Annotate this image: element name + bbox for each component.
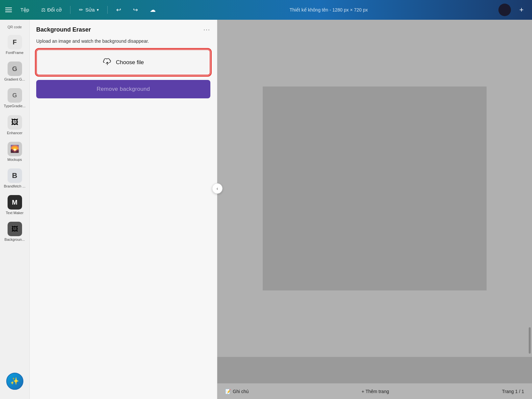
sidebar-item-background[interactable]: 🖼 Backgroun... (2, 219, 28, 244)
edit-button[interactable]: ✏ Sửa ▾ (76, 5, 102, 15)
hamburger-menu[interactable] (5, 8, 12, 12)
redo-button[interactable]: ↪ (130, 4, 141, 15)
add-button[interactable]: + (516, 5, 527, 15)
sidebar-item-brandfetch[interactable]: B Brandfetch ... (2, 166, 28, 191)
resize-label: Đổi cỡ (47, 7, 62, 13)
panel-header: Background Eraser ··· (36, 26, 210, 33)
fontframe-icon: F (8, 35, 22, 49)
divider-2 (107, 6, 108, 14)
gradient-label: Gradient G... (4, 77, 25, 82)
collapse-panel-button[interactable]: ‹ (212, 183, 223, 194)
cloud-button[interactable]: ☁ (146, 4, 159, 15)
enhancer-icon: 🖼 (8, 115, 22, 130)
page-info: Trang 1 / 1 (502, 389, 524, 394)
more-dots-icon: ··· (203, 26, 210, 33)
sidebar-item-qrcode[interactable]: QR code (6, 23, 23, 31)
resize-button[interactable]: ⚖ Đổi cỡ (38, 5, 65, 15)
sidebar-item-fontframe[interactable]: F FontFrame (2, 32, 28, 58)
background-label: Backgroun... (5, 237, 25, 242)
note-button[interactable]: 📝 Ghi chú (225, 389, 249, 394)
chevron-down-icon: ▾ (97, 8, 99, 12)
bottom-bar: 📝 Ghi chú + Thêm trang Trang 1 / 1 (217, 383, 532, 399)
mockups-label: Mockups (7, 158, 22, 162)
avatar[interactable] (498, 4, 511, 16)
brandfetch-icon: B (8, 168, 22, 183)
gradient-icon: G (8, 62, 22, 76)
brandfetch-label: Brandfetch ... (4, 184, 25, 188)
file-menu-button[interactable]: Tệp (17, 5, 33, 15)
file-label: Tệp (20, 7, 29, 13)
undo-icon: ↩ (116, 6, 121, 13)
cloud-icon: ☁ (150, 6, 156, 13)
canvas-frame (263, 87, 487, 290)
sidebar-item-textmaker[interactable]: M Text Maker (2, 192, 28, 218)
panel: Background Eraser ··· Upload an image an… (30, 20, 217, 399)
panel-title: Background Eraser (36, 26, 91, 33)
choose-file-button[interactable]: Choose file (36, 49, 210, 75)
main-layout: QR code F FontFrame G Gradient G... G Ty… (0, 20, 532, 399)
upload-cloud-icon (103, 57, 112, 67)
remove-bg-label: Remove background (97, 86, 150, 92)
canvas-area: ‹ 📝 Ghi chú + Thêm trang Trang 1 / 1 (217, 20, 532, 399)
textmaker-icon: M (8, 195, 22, 210)
sidebar-item-typegradie[interactable]: G TypeGradie... (2, 86, 28, 111)
chevron-left-icon: ‹ (217, 186, 218, 191)
topbar: Tệp ⚖ Đổi cỡ ✏ Sửa ▾ ↩ ↪ ☁ Thiết kế khôn… (0, 0, 532, 20)
typegradie-icon: G (8, 88, 22, 103)
textmaker-label: Text Maker (6, 211, 24, 215)
sidebar-item-mockups[interactable]: 🌄 Mockups (2, 139, 28, 164)
canvas-bottom-area (217, 357, 532, 383)
enhancer-label: Enhancer (7, 131, 22, 135)
add-page-label: + Thêm trang (361, 389, 389, 394)
background-icon: 🖼 (8, 222, 22, 236)
fontframe-label: FontFrame (6, 51, 24, 55)
sidebar-item-gradient[interactable]: G Gradient G... (2, 59, 28, 84)
typegradie-label: TypeGradie... (4, 104, 25, 108)
add-page-button[interactable]: + Thêm trang (361, 389, 389, 394)
left-sidebar: QR code F FontFrame G Gradient G... G Ty… (0, 20, 30, 399)
redo-icon: ↪ (133, 6, 138, 13)
magic-icon: ✨ (6, 373, 23, 390)
magic-button[interactable]: ✨ (2, 370, 28, 392)
mockups-icon: 🌄 (8, 142, 22, 156)
scrollbar[interactable] (529, 327, 531, 354)
panel-more-button[interactable]: ··· (203, 26, 210, 33)
divider-1 (70, 6, 70, 14)
sidebar-item-enhancer[interactable]: 🖼 Enhancer (2, 112, 28, 138)
pencil-icon: ✏ (79, 7, 83, 13)
design-title: Thiết kế không tên - 1280 px × 720 px (164, 7, 493, 12)
note-icon: 📝 (225, 389, 231, 394)
panel-description: Upload an image and watch the background… (36, 38, 210, 45)
edit-label: Sửa (85, 7, 94, 13)
choose-file-label: Choose file (116, 59, 144, 66)
resize-icon: ⚖ (41, 7, 45, 13)
canvas-workspace: ‹ (217, 20, 532, 357)
note-label: Ghi chú (233, 389, 249, 394)
remove-background-button[interactable]: Remove background (36, 80, 210, 98)
undo-button[interactable]: ↩ (113, 4, 124, 15)
qrcode-label: QR code (8, 25, 22, 29)
plus-icon: + (519, 6, 524, 14)
